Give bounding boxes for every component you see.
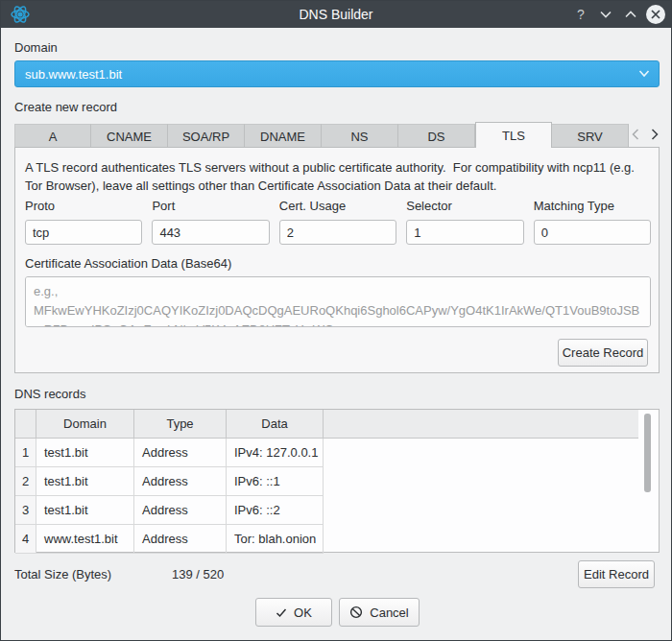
- row-data[interactable]: IPv6: ::2: [227, 496, 324, 525]
- row-domain[interactable]: test1.bit: [36, 439, 134, 467]
- tab-ds[interactable]: DS: [398, 124, 475, 148]
- ok-button[interactable]: OK: [255, 598, 332, 627]
- edit-record-button[interactable]: Edit Record: [578, 560, 655, 588]
- check-icon: [276, 607, 287, 618]
- tab-scroll-left-icon[interactable]: [629, 126, 642, 143]
- row-number: 1: [15, 439, 36, 467]
- total-size-label: Total Size (Bytes): [14, 567, 111, 582]
- matching-type-input[interactable]: [534, 220, 651, 245]
- cancel-icon: [349, 605, 363, 619]
- row-type[interactable]: Address: [134, 496, 227, 525]
- cert-usage-input[interactable]: [279, 220, 396, 245]
- port-input[interactable]: [152, 220, 269, 245]
- proto-label: Proto: [25, 199, 142, 213]
- total-size-value: 139 / 520: [172, 567, 224, 582]
- table-row[interactable]: 1 test1.bit Address IPv4: 127.0.0.1: [15, 439, 638, 467]
- dns-records-table: Domain Type Data 1 test1.bit Address IPv…: [14, 409, 660, 553]
- row-number: 3: [15, 496, 36, 525]
- selector-label: Selector: [406, 199, 523, 213]
- table-scrollbar[interactable]: [644, 412, 651, 552]
- row-number-header: [15, 410, 36, 439]
- tab-tls[interactable]: TLS: [475, 122, 552, 148]
- record-type-tabs: A CNAME SOA/RP DNAME NS DS TLS SRV: [14, 122, 629, 148]
- table-row[interactable]: 2 test1.bit Address IPv6: ::1: [15, 467, 638, 496]
- table-row[interactable]: 4 www.test1.bit Address Tor: blah.onion: [15, 525, 638, 554]
- row-type[interactable]: Address: [134, 525, 227, 554]
- selector-input[interactable]: [406, 220, 523, 245]
- row-domain[interactable]: www.test1.bit: [36, 525, 134, 554]
- tls-description: A TLS record authenticates TLS servers w…: [25, 158, 649, 195]
- minimize-button[interactable]: [596, 5, 615, 24]
- tls-tab-panel: A TLS record authenticates TLS servers w…: [14, 147, 660, 373]
- cert-assoc-data-label: Certificate Association Data (Base64): [25, 256, 231, 271]
- row-number: 4: [15, 525, 36, 554]
- row-type[interactable]: Address: [134, 467, 227, 496]
- cert-assoc-data-input[interactable]: [25, 276, 651, 327]
- cancel-button[interactable]: Cancel: [339, 598, 420, 627]
- row-data[interactable]: Tor: blah.onion: [227, 525, 324, 554]
- row-domain[interactable]: test1.bit: [36, 496, 134, 525]
- port-label: Port: [152, 199, 269, 213]
- tab-srv[interactable]: SRV: [552, 124, 629, 148]
- help-button[interactable]: ?: [571, 5, 590, 24]
- tab-a[interactable]: A: [14, 124, 91, 148]
- matching-type-label: Matching Type: [534, 199, 651, 213]
- create-record-label: Create new record: [14, 100, 117, 114]
- create-record-button[interactable]: Create Record: [558, 339, 648, 367]
- close-icon[interactable]: [646, 5, 665, 24]
- tab-scroll-right-icon[interactable]: [648, 126, 661, 143]
- domain-dropdown-value: sub.www.test1.bit: [25, 67, 122, 82]
- domain-column-header: Domain: [36, 410, 134, 439]
- data-column-header: Data: [227, 410, 324, 439]
- tab-cname[interactable]: CNAME: [91, 124, 168, 148]
- table-scrollbar-thumb[interactable]: [644, 414, 651, 492]
- domain-label: Domain: [14, 40, 58, 55]
- type-column-header: Type: [134, 410, 227, 439]
- cancel-button-label: Cancel: [370, 605, 408, 620]
- table-header: Domain Type Data: [15, 410, 638, 439]
- cert-usage-label: Cert. Usage: [279, 199, 396, 213]
- titlebar: DNS Builder ?: [1, 1, 671, 28]
- maximize-button[interactable]: [621, 5, 640, 24]
- table-row[interactable]: 3 test1.bit Address IPv6: ::2: [15, 496, 638, 525]
- tab-dname[interactable]: DNAME: [245, 124, 322, 148]
- row-type[interactable]: Address: [134, 439, 227, 467]
- row-number: 2: [15, 467, 36, 496]
- domain-dropdown[interactable]: sub.www.test1.bit: [14, 60, 660, 87]
- dns-records-label: DNS records: [14, 387, 85, 401]
- tab-soa-rp[interactable]: SOA/RP: [168, 124, 245, 148]
- proto-input[interactable]: [25, 220, 142, 245]
- dns-builder-window: DNS Builder ? Domain sub.www.test1.bit C…: [0, 0, 672, 641]
- chevron-down-icon: [638, 69, 650, 78]
- row-data[interactable]: IPv4: 127.0.0.1: [227, 439, 324, 467]
- empty-column-header: [324, 410, 638, 439]
- row-domain[interactable]: test1.bit: [36, 467, 134, 496]
- tab-ns[interactable]: NS: [322, 124, 398, 148]
- row-data[interactable]: IPv6: ::1: [227, 467, 324, 496]
- ok-button-label: OK: [294, 605, 312, 620]
